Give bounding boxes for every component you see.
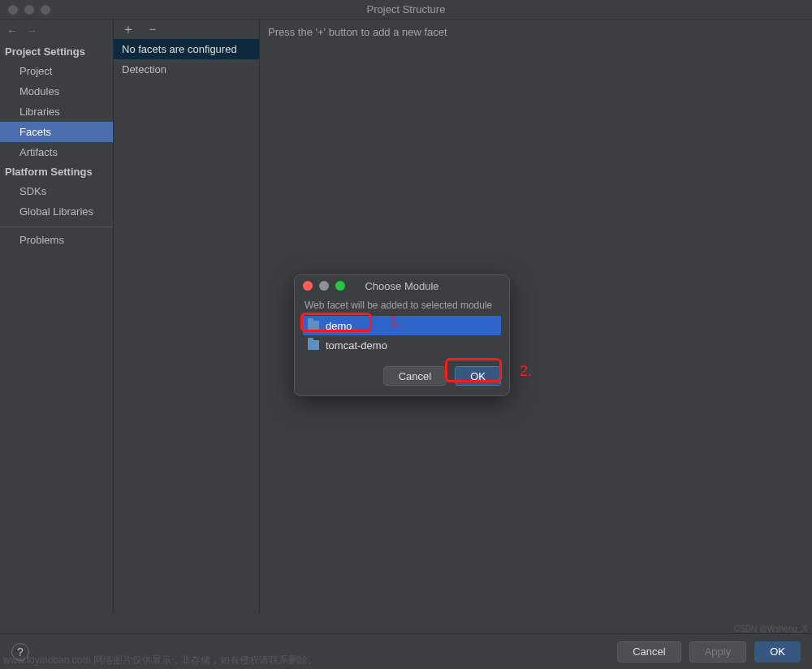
module-row-tomcat-demo[interactable]: tomcat-demo (303, 335, 501, 355)
help-button[interactable]: ? (11, 643, 29, 661)
choose-module-dialog: Choose Module Web facet will be added to… (294, 274, 510, 396)
dialog-cancel-button[interactable]: Cancel (383, 366, 447, 386)
sidebar-item-artifacts[interactable]: Artifacts (0, 142, 113, 162)
module-list: demo tomcat-demo (303, 316, 501, 355)
folder-icon (308, 340, 319, 350)
sidebar-item-sdks[interactable]: SDKs (0, 181, 113, 201)
module-label: tomcat-demo (326, 339, 387, 352)
watermark-csdn: CSDN @Wsheng_X (734, 624, 807, 633)
traffic-lights[interactable] (8, 5, 50, 15)
sidebar-nav: ← → (0, 21, 113, 41)
dialog-buttons: Cancel OK (295, 355, 509, 395)
dialog-titlebar: Choose Module (295, 275, 509, 296)
main-hint: Press the '+' button to add a new facet (268, 26, 804, 38)
facets-none-configured[interactable]: No facets are configured (114, 39, 259, 59)
forward-arrow-icon[interactable]: → (26, 24, 37, 37)
dialog-ok-button[interactable]: OK (455, 366, 501, 386)
facets-column: ＋ － No facets are configured Detection (114, 19, 260, 614)
window-titlebar: Project Structure (0, 0, 812, 19)
dialog-hint: Web facet will be added to selected modu… (303, 300, 501, 316)
sidebar-item-project[interactable]: Project (0, 61, 113, 81)
sidebar-item-modules[interactable]: Modules (0, 81, 113, 101)
close-dot[interactable] (8, 5, 18, 15)
dialog-title: Choose Module (365, 280, 438, 292)
footer: ? Cancel Apply OK (0, 633, 812, 669)
module-row-demo[interactable]: demo (303, 316, 501, 335)
sidebar-item-global-libraries[interactable]: Global Libraries (0, 201, 113, 222)
dialog-minimize-dot[interactable] (319, 281, 329, 291)
back-arrow-icon[interactable]: ← (6, 24, 18, 37)
module-label: demo (326, 320, 352, 332)
sidebar-item-facets[interactable]: Facets (0, 122, 113, 142)
ok-button[interactable]: OK (754, 641, 801, 663)
dialog-traffic-lights[interactable] (303, 281, 345, 291)
sidebar-item-problems[interactable]: Problems (0, 227, 113, 250)
apply-button: Apply (689, 641, 747, 663)
sidebar-item-libraries[interactable]: Libraries (0, 101, 113, 122)
window-title: Project Structure (367, 3, 446, 15)
zoom-dot[interactable] (41, 5, 50, 15)
dialog-close-dot[interactable] (303, 281, 313, 291)
remove-facet-icon[interactable]: － (146, 21, 159, 38)
folder-icon (308, 321, 319, 330)
facets-toolbar: ＋ － (114, 19, 259, 39)
sidebar: ← → Project Settings Project Modules Lib… (0, 19, 114, 614)
dialog-zoom-dot[interactable] (335, 281, 345, 291)
minimize-dot[interactable] (24, 5, 34, 15)
facets-detection[interactable]: Detection (114, 59, 259, 80)
add-facet-icon[interactable]: ＋ (122, 21, 135, 38)
cancel-button[interactable]: Cancel (617, 641, 680, 663)
project-settings-header: Project Settings (0, 42, 113, 61)
platform-settings-header: Platform Settings (0, 162, 113, 181)
